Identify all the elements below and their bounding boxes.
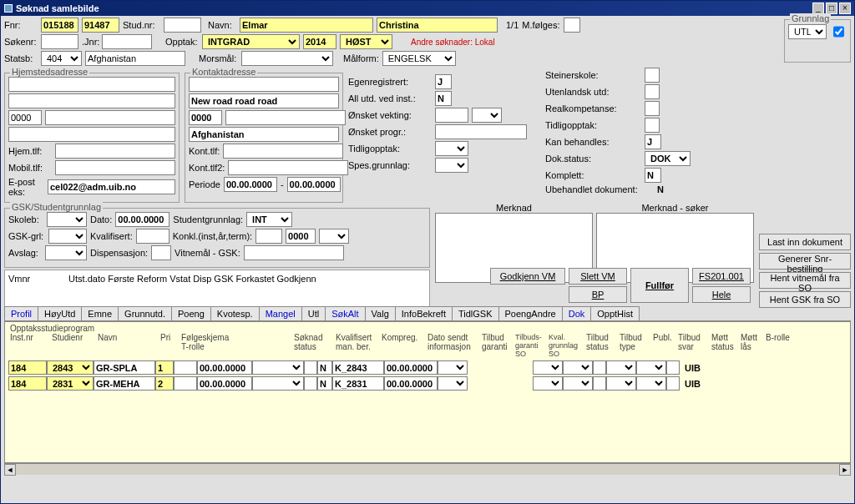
hjemsted-line1[interactable] [8,77,175,92]
row-ber[interactable] [317,360,332,375]
row-trolle[interactable] [174,360,197,375]
opptak-select[interactable]: INTGRAD [202,34,300,49]
row-tilbudstatus[interactable] [533,376,563,391]
row-man[interactable] [304,360,317,375]
mfolges-input[interactable] [564,18,580,33]
konttlf2-input[interactable] [228,160,348,175]
tab-mangel[interactable]: Mangel [259,306,302,320]
onsketvekting-sel[interactable] [472,108,502,123]
steinerskole-input[interactable] [645,68,660,83]
scroll-left-icon[interactable]: ◄ [4,464,16,476]
row-tilbudsvar[interactable] [606,360,636,375]
row-inst[interactable] [8,360,47,375]
periode-to[interactable] [287,177,341,192]
row-studienr[interactable]: 2831 [47,376,94,391]
hent-gsk-button[interactable]: Hent GSK fra SO [759,291,851,308]
tidligopptak-sel[interactable] [435,141,468,156]
hjemtlf-input[interactable] [55,144,175,159]
morsmal-select[interactable] [241,51,333,66]
row-kompreg[interactable] [332,376,384,391]
kontakt-city[interactable] [225,110,346,125]
kanbehandles-input[interactable] [645,134,661,149]
row-publ[interactable] [593,360,606,375]
tab-tidlgsk[interactable]: TidlGSK [452,306,499,320]
row-folgeskjema-dato[interactable] [197,360,252,375]
row-publ[interactable] [593,376,606,391]
konkl-inst[interactable] [255,229,282,244]
spesgrunnlag-sel[interactable] [435,158,468,173]
gskgrl-select[interactable] [48,229,87,244]
kvalifisert-input[interactable] [136,229,169,244]
row-mottlas[interactable] [666,376,680,391]
kontakt-line2[interactable] [189,93,339,108]
utenlandsk-input[interactable] [645,84,660,99]
periode-from[interactable] [224,177,277,192]
tab-høyutd[interactable]: HøyUtd [38,306,82,320]
vitnemal-input[interactable] [244,245,344,260]
allutd-input[interactable] [435,91,452,106]
bp-button[interactable]: BP [569,286,627,303]
hjemsted-city[interactable] [45,110,175,125]
row-tilbudgaranti[interactable] [438,360,468,375]
row-tilbudgaranti[interactable] [438,376,468,391]
hjemsted-zip[interactable] [8,110,42,125]
row-inst[interactable] [8,376,47,391]
hent-vitnemal-button[interactable]: Hent vitnemål fra SO [759,272,851,289]
row-mottstatus[interactable] [636,376,666,391]
row-tilbudtype[interactable] [563,376,593,391]
tab-kvotesp.[interactable]: Kvotesp. [210,306,260,320]
opptak-sem-select[interactable]: HØST [340,34,392,49]
hjemsted-country[interactable] [8,127,175,142]
row-ber[interactable] [317,376,332,391]
statsb-code-select[interactable]: 404 [41,51,82,66]
row-datosendt[interactable] [384,360,438,375]
tab-oppthist[interactable]: OpptHist [590,306,640,320]
maximize-button[interactable]: □ [826,3,837,14]
fs201-button[interactable]: FS201.001 [692,268,751,285]
row-trolle[interactable] [174,376,197,391]
last-inn-button[interactable]: Last inn dokument [759,234,851,250]
kontakt-line1[interactable] [189,77,339,92]
onsketvekting-input[interactable] [435,108,468,123]
tab-profil[interactable]: Profil [4,306,38,320]
row-tilbudsvar[interactable] [606,376,636,391]
studnr-input[interactable] [164,18,201,33]
row-navn[interactable] [94,360,155,375]
skoleb-select[interactable] [47,212,87,227]
row-mottlas[interactable] [666,360,680,375]
row-pri[interactable] [155,360,174,375]
mobiltlf-input[interactable] [55,160,175,175]
egenreg-input[interactable] [435,74,452,89]
grunnlag-select[interactable]: UTL [788,24,827,39]
slett-vm-button[interactable]: Slett VM [569,268,627,285]
onsketprogr-input[interactable] [435,124,527,139]
row-soknad-status[interactable] [252,376,304,391]
tab-søkalt[interactable]: SøkAlt [325,306,365,320]
hjemsted-line2[interactable] [8,93,175,108]
close-button[interactable]: × [839,3,851,14]
tab-poengandre[interactable]: PoengAndre [498,306,563,320]
row-tilbudtype[interactable] [563,360,593,375]
grunnlag-check[interactable] [833,26,844,38]
tab-valg[interactable]: Valg [365,306,396,320]
tab-poeng[interactable]: Poeng [171,306,211,320]
konkl-term[interactable] [319,229,349,244]
epost-input[interactable] [48,179,175,194]
tab-grunnutd.[interactable]: Grunnutd. [118,306,172,320]
row-studienr[interactable]: 2843 [47,360,94,375]
row-tilbudstatus[interactable] [533,360,563,375]
fullfor-button[interactable]: Fullfør [630,268,689,303]
navn-first-input[interactable] [240,18,373,33]
row-datosendt[interactable] [384,376,438,391]
studentgrunnlag-select[interactable]: INT [246,212,292,227]
tidligopptak2-input[interactable] [645,118,660,133]
tab-dok[interactable]: Dok [562,306,592,320]
hele-button[interactable]: Hele [692,286,751,303]
komplett-input[interactable] [645,168,661,183]
fnr1-input[interactable] [41,18,78,33]
generer-button[interactable]: Generer Snr-bestilling [759,253,851,270]
navn-last-input[interactable] [377,18,498,33]
godkjenn-vm-button[interactable]: Godkjenn VM [490,268,565,285]
konttlf-input[interactable] [223,144,343,159]
realkompetanse-input[interactable] [645,101,660,116]
